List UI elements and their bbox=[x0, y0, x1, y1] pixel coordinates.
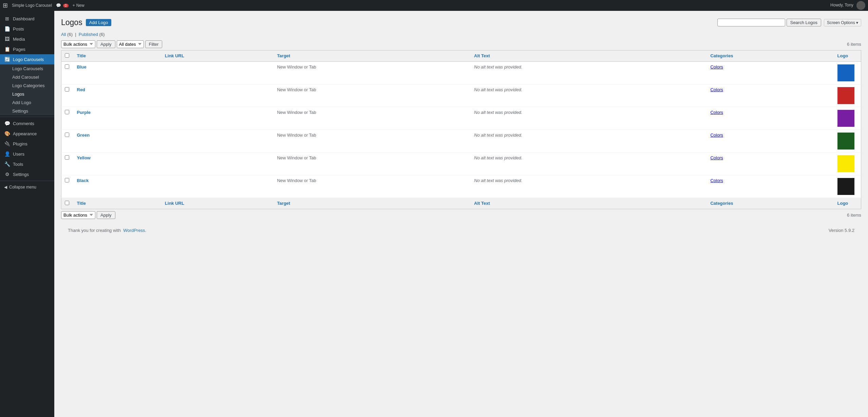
footer-credit: Thank you for creating with WordPress. bbox=[68, 228, 146, 233]
row-target-2: New Window or Tab bbox=[273, 107, 471, 130]
row-categories-0[interactable]: Colors bbox=[707, 61, 834, 84]
row-title-link-5[interactable]: Black bbox=[77, 178, 89, 183]
row-categories-2[interactable]: Colors bbox=[707, 107, 834, 130]
user-avatar[interactable] bbox=[856, 1, 865, 10]
sidebar-sub-logo-categories[interactable]: Logo Categories bbox=[0, 81, 54, 90]
row-category-link-4[interactable]: Colors bbox=[710, 155, 723, 160]
sidebar-item-users[interactable]: 👤 Users bbox=[0, 149, 54, 159]
date-filter-select[interactable]: All dates bbox=[117, 40, 144, 48]
th-title[interactable]: Title bbox=[74, 50, 162, 61]
th-logo[interactable]: Logo bbox=[834, 50, 861, 61]
row-categories-5[interactable]: Colors bbox=[707, 175, 834, 198]
dashboard-icon: ⊞ bbox=[4, 16, 10, 21]
filter-all-count: (6) bbox=[67, 32, 73, 37]
sidebar-sub-settings[interactable]: Settings bbox=[0, 107, 54, 115]
comment-count-item[interactable]: 💬 0 bbox=[56, 3, 69, 8]
row-category-link-2[interactable]: Colors bbox=[710, 110, 723, 115]
thank-you-text: Thank you for creating with bbox=[68, 228, 121, 233]
tfoot-th-alt-text[interactable]: Alt Text bbox=[471, 198, 707, 209]
tfoot-th-categories[interactable]: Categories bbox=[707, 198, 834, 209]
apply-button-bottom[interactable]: Apply bbox=[97, 211, 115, 219]
sidebar-item-plugins[interactable]: 🔌 Plugins bbox=[0, 139, 54, 149]
row-title-link-4[interactable]: Yellow bbox=[77, 155, 91, 160]
filter-published[interactable]: Published bbox=[79, 32, 98, 37]
th-target[interactable]: Target bbox=[273, 50, 471, 61]
tfoot-th-logo[interactable]: Logo bbox=[834, 198, 861, 209]
site-name[interactable]: Simple Logo Carousel bbox=[12, 3, 52, 8]
logo-thumbnail-2 bbox=[837, 110, 854, 127]
sidebar-label-media: Media bbox=[13, 37, 25, 42]
search-logos-input[interactable] bbox=[717, 19, 785, 26]
sidebar-item-pages[interactable]: 📋 Pages bbox=[0, 44, 54, 54]
sidebar-sub-logo-carousels[interactable]: Logo Carousels bbox=[0, 64, 54, 73]
sidebar-label-plugins: Plugins bbox=[13, 141, 27, 146]
row-checkbox-1[interactable] bbox=[65, 87, 69, 92]
th-link-url[interactable]: Link URL bbox=[162, 50, 274, 61]
search-logos-button[interactable]: Search Logos bbox=[787, 19, 821, 26]
row-title-0: Blue bbox=[74, 61, 162, 84]
row-title-2: Purple bbox=[74, 107, 162, 130]
tfoot-th-link-url[interactable]: Link URL bbox=[162, 198, 274, 209]
row-checkbox-3[interactable] bbox=[65, 133, 69, 137]
sidebar-item-appearance[interactable]: 🎨 Appearance bbox=[0, 128, 54, 139]
row-checkbox-2[interactable] bbox=[65, 110, 69, 114]
row-check-3 bbox=[61, 130, 74, 152]
check-all-bottom[interactable] bbox=[65, 201, 69, 205]
wordpress-link[interactable]: WordPress bbox=[123, 228, 145, 233]
tools-icon: 🔧 bbox=[4, 161, 10, 167]
sidebar-label-tools: Tools bbox=[13, 162, 23, 167]
row-categories-3[interactable]: Colors bbox=[707, 130, 834, 152]
sidebar-sub-add-carousel[interactable]: Add Carousel bbox=[0, 73, 54, 81]
sidebar-sub-logos[interactable]: Logos bbox=[0, 90, 54, 98]
sidebar-item-logo-carousels[interactable]: 🔄 Logo Carousels bbox=[0, 54, 54, 64]
users-icon: 👤 bbox=[4, 151, 10, 157]
th-alt-text[interactable]: Alt Text bbox=[471, 50, 707, 61]
row-title-link-3[interactable]: Green bbox=[77, 133, 90, 138]
apply-button-top[interactable]: Apply bbox=[97, 40, 115, 48]
logo-thumbnail-3 bbox=[837, 133, 854, 150]
sidebar-item-tools[interactable]: 🔧 Tools bbox=[0, 159, 54, 169]
row-checkbox-5[interactable] bbox=[65, 178, 69, 182]
sidebar-label-logo-carousels: Logo Carousels bbox=[13, 57, 44, 62]
sidebar-sub-add-logo[interactable]: Add Logo bbox=[0, 98, 54, 107]
th-categories[interactable]: Categories bbox=[707, 50, 834, 61]
filter-button[interactable]: Filter bbox=[145, 40, 163, 48]
sidebar-item-settings[interactable]: ⚙ Settings bbox=[0, 169, 54, 179]
sidebar-item-dashboard[interactable]: ⊞ Dashboard bbox=[0, 14, 54, 24]
tfoot-th-title[interactable]: Title bbox=[74, 198, 162, 209]
row-logo-2 bbox=[834, 107, 861, 130]
row-title-4: Yellow bbox=[74, 152, 162, 175]
row-categories-4[interactable]: Colors bbox=[707, 152, 834, 175]
row-target-4: New Window or Tab bbox=[273, 152, 471, 175]
row-categories-1[interactable]: Colors bbox=[707, 84, 834, 107]
check-all-top[interactable] bbox=[65, 53, 69, 58]
add-logo-button[interactable]: Add Logo bbox=[86, 19, 112, 26]
row-category-link-0[interactable]: Colors bbox=[710, 64, 723, 70]
sidebar-label-settings: Settings bbox=[13, 172, 29, 177]
wp-logo-icon[interactable]: ⊞ bbox=[3, 2, 8, 9]
sidebar-item-media[interactable]: 🖼 Media bbox=[0, 34, 54, 44]
row-category-link-3[interactable]: Colors bbox=[710, 133, 723, 138]
row-title-link-0[interactable]: Blue bbox=[77, 64, 87, 70]
row-title-link-1[interactable]: Red bbox=[77, 87, 86, 92]
admin-bar: ⊞ Simple Logo Carousel 💬 0 + New Howdy, … bbox=[0, 0, 868, 11]
row-logo-1 bbox=[834, 84, 861, 107]
row-title-link-2[interactable]: Purple bbox=[77, 110, 91, 115]
new-item[interactable]: + New bbox=[73, 3, 84, 8]
logos-table: Title Link URL Target Alt Text Categorie… bbox=[61, 50, 861, 209]
row-link-url-0 bbox=[162, 61, 274, 84]
screen-options-button[interactable]: Screen Options ▾ bbox=[824, 19, 861, 26]
collapse-menu[interactable]: ◀ Collapse menu bbox=[0, 182, 54, 192]
bulk-actions-select-top[interactable]: Bulk actions bbox=[61, 40, 95, 48]
row-checkbox-4[interactable] bbox=[65, 155, 69, 160]
row-checkbox-0[interactable] bbox=[65, 64, 69, 69]
sidebar-item-posts[interactable]: 📄 Posts bbox=[0, 24, 54, 34]
tfoot-th-target[interactable]: Target bbox=[273, 198, 471, 209]
row-category-link-1[interactable]: Colors bbox=[710, 87, 723, 92]
row-category-link-5[interactable]: Colors bbox=[710, 178, 723, 183]
tablenav-left-bottom: Bulk actions Apply bbox=[61, 211, 115, 219]
row-alt-text-4: No alt text was provided. bbox=[471, 152, 707, 175]
filter-all[interactable]: All bbox=[61, 32, 66, 37]
bulk-actions-select-bottom[interactable]: Bulk actions bbox=[61, 211, 95, 219]
sidebar-item-comments[interactable]: 💬 Comments bbox=[0, 118, 54, 128]
